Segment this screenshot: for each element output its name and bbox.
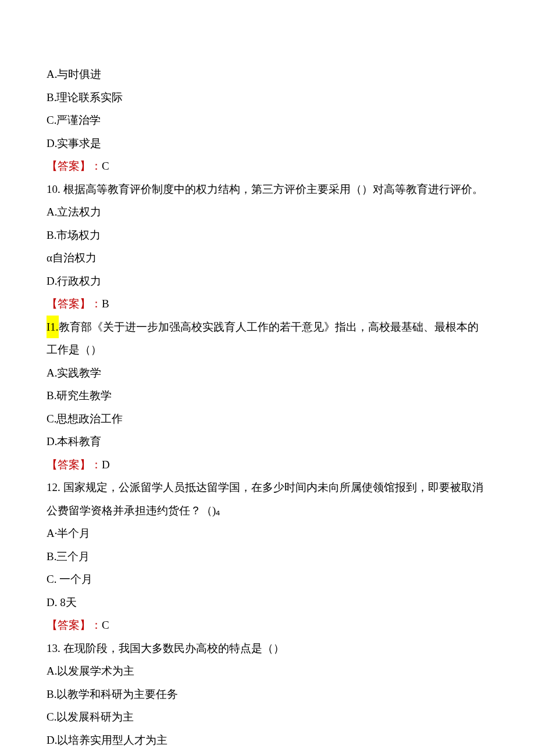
q11-answer-label: 【答案】： — [47, 458, 102, 471]
q11-highlight: I1. — [47, 316, 59, 339]
q11-stem: I1.教育部《关于进一步加强高校实践育人工作的若干意见》指出，高校最基础、最根本… — [47, 316, 488, 361]
q12-answer: 【答案】：C — [47, 614, 488, 637]
q13-option-a: A.以发展学术为主 — [47, 660, 488, 683]
q12-option-b: B.三个月 — [47, 545, 488, 568]
q9-answer-label: 【答案】： — [47, 160, 102, 172]
q11-option-a: A.实践教学 — [47, 361, 488, 385]
q13-option-b: B.以教学和科研为主要任务 — [47, 683, 488, 706]
q12-stem: 12. 国家规定，公派留学人员抵达留学国，在多少时间内未向所属使领馆报到，即要被… — [47, 476, 488, 522]
q13-option-d: D.以培养实用型人才为主 — [47, 729, 488, 752]
q12-answer-label: 【答案】： — [47, 619, 102, 631]
q10-option-b: B.市场权力 — [47, 224, 488, 247]
q9-answer: 【答案】：C — [47, 155, 488, 178]
q10-answer-label: 【答案】： — [47, 298, 102, 310]
q9-option-c: C.严谨治学 — [47, 109, 488, 132]
q11-stem-rest: 教育部《关于进一步加强高校实践育人工作的若干意见》指出，高校最基础、最根本的工作… — [47, 321, 479, 356]
q9-answer-value: C — [102, 160, 109, 172]
q10-answer: 【答案】：B — [47, 292, 488, 316]
q9-option-a: A.与时俱进 — [47, 63, 488, 86]
q12-option-d: D. 8天 — [47, 591, 488, 614]
q12-answer-value: C — [102, 619, 109, 631]
q11-answer: 【答案】：D — [47, 453, 488, 476]
q9-option-d: D.实事求是 — [47, 132, 488, 155]
q9-option-b: B.理论联系实际 — [47, 86, 488, 109]
q11-option-b: B.研究生教学 — [47, 384, 488, 407]
q11-answer-value: D — [102, 458, 110, 471]
q13-stem: 13. 在现阶段，我国大多数民办高校的特点是（） — [47, 637, 488, 660]
q10-option-d: D.行政权力 — [47, 270, 488, 293]
q11-option-d: D.本科教育 — [47, 430, 488, 453]
q10-stem: 10. 根据高等教育评价制度中的权力结构，第三方评价主要采用（）对高等教育进行评… — [47, 178, 488, 201]
q12-option-c: C. 一个月 — [47, 568, 488, 591]
q12-option-a: A·半个月 — [47, 522, 488, 545]
q13-option-c: C.以发展科研为主 — [47, 705, 488, 729]
q10-answer-value: B — [102, 298, 109, 310]
q10-option-c: α自治权力 — [47, 246, 488, 270]
q10-option-a: A.立法权力 — [47, 200, 488, 224]
q11-option-c: C.思想政治工作 — [47, 407, 488, 431]
